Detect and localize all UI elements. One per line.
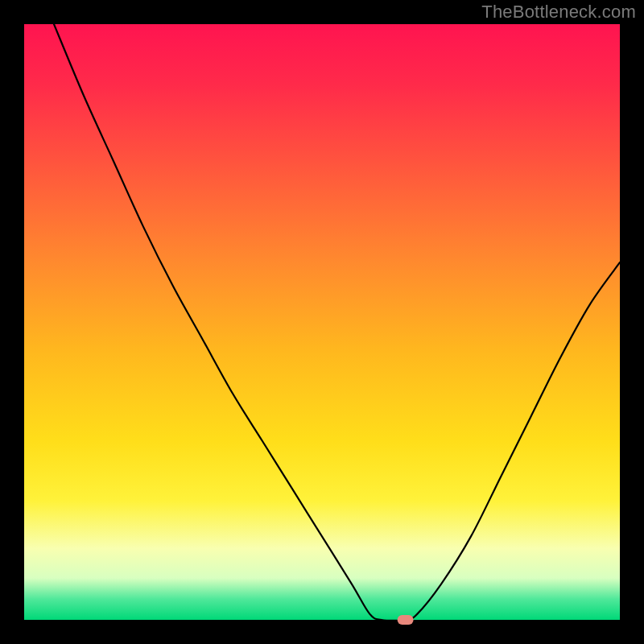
optimal-marker <box>398 615 414 625</box>
bottleneck-chart <box>0 0 644 644</box>
watermark-text: TheBottleneck.com <box>481 2 636 23</box>
plot-background <box>24 24 620 620</box>
chart-container: TheBottleneck.com <box>0 0 644 644</box>
